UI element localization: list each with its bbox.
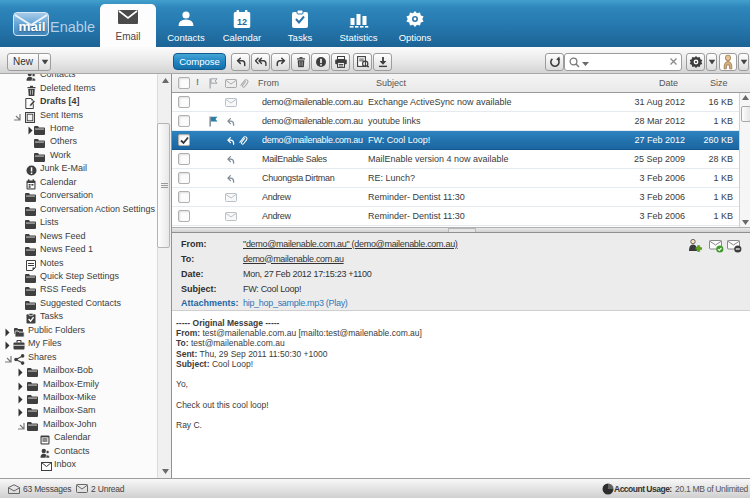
svg-text:12: 12 [237, 17, 247, 27]
